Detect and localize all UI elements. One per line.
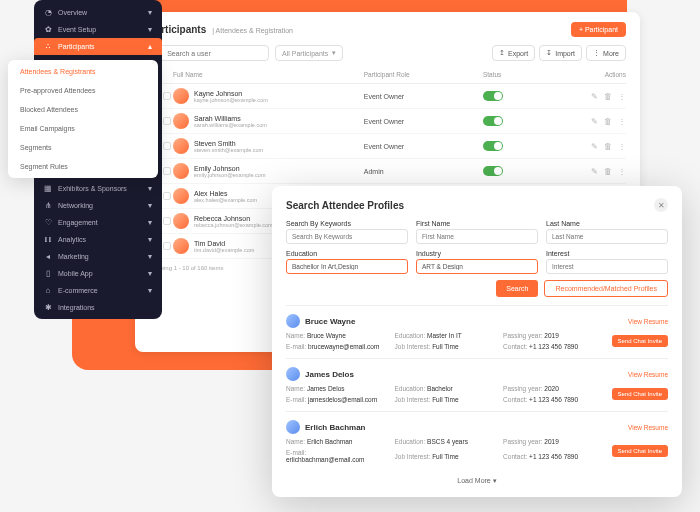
building-icon: ▦ xyxy=(44,185,52,193)
delete-icon[interactable]: 🗑 xyxy=(604,142,612,151)
load-more-button[interactable]: Load More ▾ xyxy=(286,471,668,485)
heart-icon: ♡ xyxy=(44,219,52,227)
firstname-input[interactable] xyxy=(416,229,538,244)
mobile-icon: ▯ xyxy=(44,270,52,278)
edit-icon[interactable]: ✎ xyxy=(591,117,598,126)
submenu-campaigns[interactable]: Email Campaigns xyxy=(8,119,158,138)
status-toggle[interactable] xyxy=(483,116,503,126)
search-button[interactable]: Search xyxy=(496,280,538,297)
delete-icon[interactable]: 🗑 xyxy=(604,92,612,101)
participant-email: emily.johnson@example.com xyxy=(194,172,266,178)
row-checkbox[interactable] xyxy=(163,117,171,125)
avatar xyxy=(173,113,189,129)
more-icon[interactable]: ⋮ xyxy=(618,167,626,176)
submenu-rules[interactable]: Segment Rules xyxy=(8,157,158,176)
delete-icon[interactable]: 🗑 xyxy=(604,117,612,126)
result-name: Erlich Bachman xyxy=(305,423,365,432)
dots-icon: ⋮ xyxy=(593,49,600,57)
nav-engagement[interactable]: ♡Engagement▾ xyxy=(34,214,162,231)
more-icon[interactable]: ⋮ xyxy=(618,117,626,126)
firstname-label: First Name xyxy=(416,220,538,227)
result-card: Bruce WayneView Resume Name: Bruce Wayne… xyxy=(286,305,668,358)
avatar xyxy=(173,88,189,104)
send-invite-button[interactable]: Send Chat Invite xyxy=(612,335,668,347)
nav-participants[interactable]: ⛬Participants▴ xyxy=(34,38,162,55)
edit-icon[interactable]: ✎ xyxy=(591,167,598,176)
interest-input[interactable] xyxy=(546,259,668,274)
participant-email: sarah.williams@example.com xyxy=(194,122,267,128)
keywords-label: Search By Keywords xyxy=(286,220,408,227)
status-toggle[interactable] xyxy=(483,166,503,176)
megaphone-icon: ◂ xyxy=(44,253,52,261)
more-button[interactable]: ⋮More xyxy=(586,45,626,61)
view-resume-link[interactable]: View Resume xyxy=(628,371,668,378)
search-input-wrap[interactable]: ⌕ xyxy=(149,45,269,61)
send-invite-button[interactable]: Send Chat Invite xyxy=(612,445,668,457)
delete-icon[interactable]: 🗑 xyxy=(604,167,612,176)
chevron-down-icon: ▾ xyxy=(493,477,497,484)
nav-integrations[interactable]: ✱Integrations xyxy=(34,299,162,315)
edit-icon[interactable]: ✎ xyxy=(591,142,598,151)
result-card: James DelosView Resume Name: James Delos… xyxy=(286,358,668,411)
result-name: James Delos xyxy=(305,370,354,379)
interest-label: Interest xyxy=(546,250,668,257)
industry-input[interactable] xyxy=(416,259,538,274)
table-row: ⋮⋮ Steven Smithsteven.smith@example.com … xyxy=(149,134,626,159)
view-resume-link[interactable]: View Resume xyxy=(628,424,668,431)
gear-icon: ✿ xyxy=(44,26,52,34)
close-icon[interactable]: ✕ xyxy=(654,198,668,212)
nav-exhibitors[interactable]: ▦Exhibitors & Sponsors▾ xyxy=(34,180,162,197)
row-checkbox[interactable] xyxy=(163,217,171,225)
submenu-preapproved[interactable]: Pre-approved Attendees xyxy=(8,81,158,100)
send-invite-button[interactable]: Send Chat Invite xyxy=(612,388,668,400)
row-checkbox[interactable] xyxy=(163,242,171,250)
view-resume-link[interactable]: View Resume xyxy=(628,318,668,325)
table-row: ⋮⋮ Sarah Williamssarah.williams@example.… xyxy=(149,109,626,134)
avatar xyxy=(173,188,189,204)
submenu-segments[interactable]: Segments xyxy=(8,138,158,157)
filter-dropdown[interactable]: All Participants▾ xyxy=(275,45,343,61)
industry-label: Industry xyxy=(416,250,538,257)
nav-ecommerce[interactable]: ⌂E-commerce▾ xyxy=(34,282,162,299)
submenu-attendees[interactable]: Attendees & Registrants xyxy=(8,62,158,81)
export-button[interactable]: ↥Export xyxy=(492,45,535,61)
row-checkbox[interactable] xyxy=(163,142,171,150)
nav-marketing[interactable]: ◂Marketing▾ xyxy=(34,248,162,265)
participant-name: Alex Hales xyxy=(194,190,257,197)
result-name: Bruce Wayne xyxy=(305,317,355,326)
table-header: Full Name Participant Role Status Action… xyxy=(149,67,626,84)
chevron-down-icon: ▾ xyxy=(148,218,152,227)
status-toggle[interactable] xyxy=(483,141,503,151)
row-checkbox[interactable] xyxy=(163,192,171,200)
submenu-blocked[interactable]: Blocked Attendees xyxy=(8,100,158,119)
chevron-down-icon: ▾ xyxy=(148,286,152,295)
nav-event-setup[interactable]: ✿Event Setup▾ xyxy=(34,21,162,38)
nav-overview[interactable]: ◔Overview▾ xyxy=(34,4,162,21)
more-icon[interactable]: ⋮ xyxy=(618,92,626,101)
nav-mobile[interactable]: ▯Mobile App▾ xyxy=(34,265,162,282)
status-toggle[interactable] xyxy=(483,91,503,101)
edit-icon[interactable]: ✎ xyxy=(591,92,598,101)
import-button[interactable]: ↧Import xyxy=(539,45,582,61)
recommended-button[interactable]: Recommended/Matched Profiles xyxy=(544,280,668,297)
cart-icon: ⌂ xyxy=(44,287,52,295)
avatar xyxy=(286,314,300,328)
avatar xyxy=(173,238,189,254)
nav-networking[interactable]: ⋔Networking▾ xyxy=(34,197,162,214)
education-input[interactable] xyxy=(286,259,408,274)
users-icon: ⛬ xyxy=(44,43,52,51)
table-row: ⋮⋮ Emily Johnsonemily.johnson@example.co… xyxy=(149,159,626,184)
lastname-input[interactable] xyxy=(546,229,668,244)
keywords-input[interactable] xyxy=(286,229,408,244)
row-checkbox[interactable] xyxy=(163,92,171,100)
search-input[interactable] xyxy=(167,50,262,57)
page-subtitle: | Attendees & Registration xyxy=(210,27,293,34)
lastname-label: Last Name xyxy=(546,220,668,227)
row-checkbox[interactable] xyxy=(163,167,171,175)
more-icon[interactable]: ⋮ xyxy=(618,142,626,151)
participant-email: alex.hales@example.com xyxy=(194,197,257,203)
chevron-down-icon: ▾ xyxy=(148,201,152,210)
chart-icon: ⫾⫾ xyxy=(44,236,52,244)
nav-analytics[interactable]: ⫾⫾Analytics▾ xyxy=(34,231,162,248)
add-participant-button[interactable]: + Participant xyxy=(571,22,626,37)
